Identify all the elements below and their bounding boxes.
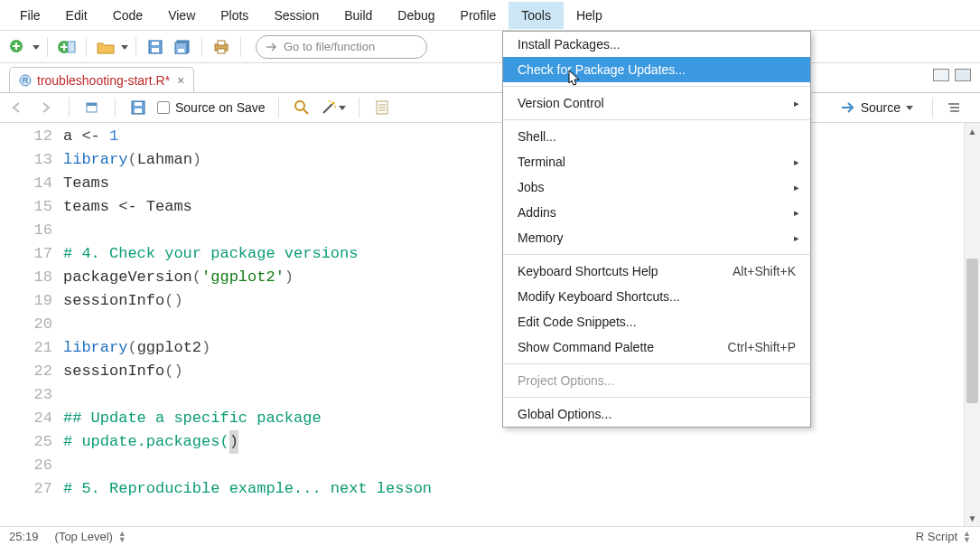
menu-item-project-options: Project Options... [503, 368, 810, 393]
source-on-save-label: Source on Save [175, 100, 266, 115]
goto-file-function-input[interactable]: Go to file/function [256, 35, 427, 59]
menu-build[interactable]: Build [331, 2, 385, 29]
menu-item-memory[interactable]: Memory [503, 225, 810, 250]
menu-item-modify-keyboard-shortcuts[interactable]: Modify Keyboard Shortcuts... [503, 284, 810, 309]
svg-rect-10 [152, 48, 159, 52]
menu-debug[interactable]: Debug [385, 2, 447, 29]
checkbox-icon [157, 101, 170, 114]
file-mode-label: R Script [916, 530, 957, 543]
dropdown-caret-icon[interactable] [121, 43, 128, 51]
vertical-scrollbar[interactable]: ▲ ▼ [964, 123, 980, 526]
scroll-thumb[interactable] [966, 259, 978, 403]
compile-report-button[interactable] [372, 98, 392, 118]
save-button[interactable] [128, 98, 148, 118]
cursor-position: 25:19 [9, 530, 39, 543]
maximize-pane-button[interactable] [955, 69, 971, 81]
menu-item-shortcut: Alt+Shift+K [733, 264, 796, 278]
menu-item-keyboard-shortcuts-help[interactable]: Keyboard Shortcuts HelpAlt+Shift+K [503, 259, 810, 284]
menu-item-label: Keyboard Shortcuts Help [518, 264, 658, 278]
line-number: 20 [0, 313, 52, 336]
svg-marker-3 [33, 45, 40, 50]
menu-edit[interactable]: Edit [53, 2, 100, 29]
scroll-down-icon[interactable]: ▼ [965, 510, 980, 526]
code-line: # update.packages() [63, 430, 964, 454]
menu-item-label: Shell... [518, 129, 556, 144]
menu-item-version-control[interactable]: Version Control [503, 90, 810, 116]
menu-item-addins[interactable]: Addins [503, 200, 810, 225]
tools-menu-dropdown: Install Packages...Check for Package Upd… [502, 31, 811, 428]
new-project-button[interactable] [55, 35, 79, 59]
svg-rect-17 [218, 49, 225, 53]
menu-item-label: Check for Package Updates... [518, 62, 686, 77]
editor-area: 12131415161718192021222324252627 a <- 1l… [0, 123, 980, 526]
scope-selector[interactable]: (Top Level) ▲▼ [55, 530, 126, 543]
show-in-new-window-button[interactable] [82, 98, 102, 118]
line-number: 18 [0, 266, 52, 289]
svg-rect-24 [135, 102, 142, 106]
menu-item-install-packages[interactable]: Install Packages... [503, 32, 810, 57]
menu-tools[interactable]: Tools [509, 2, 564, 29]
menu-item-label: Global Options... [518, 407, 611, 421]
menu-separator [503, 86, 810, 87]
line-number: 27 [0, 477, 52, 501]
menu-item-show-command-palette[interactable]: Show Command PaletteCtrl+Shift+P [503, 334, 810, 360]
line-number: 14 [0, 172, 52, 195]
svg-rect-2 [13, 45, 20, 47]
find-replace-button[interactable] [292, 98, 312, 118]
menu-item-label: Terminal [518, 155, 565, 169]
minimize-pane-button[interactable] [933, 69, 949, 81]
menu-item-shortcut: Ctrl+Shift+P [728, 340, 796, 354]
pane-window-buttons [933, 69, 971, 81]
menu-help[interactable]: Help [564, 2, 615, 29]
outline-button[interactable] [944, 98, 964, 118]
dropdown-caret-icon[interactable] [33, 43, 40, 51]
dropdown-caret-icon[interactable] [906, 104, 913, 111]
svg-point-25 [295, 101, 304, 110]
scroll-up-icon[interactable]: ▲ [965, 123, 980, 139]
menu-item-label: Edit Code Snippets... [518, 315, 637, 329]
separator [135, 37, 136, 57]
line-number: 24 [0, 407, 52, 430]
back-button[interactable] [7, 98, 27, 118]
updown-icon: ▲▼ [963, 531, 971, 543]
line-number: 26 [0, 454, 52, 477]
save-button[interactable] [144, 35, 167, 59]
source-on-save-toggle[interactable]: Source on Save [157, 100, 266, 115]
line-number: 15 [0, 195, 52, 219]
file-mode-selector[interactable]: R Script ▲▼ [916, 530, 971, 543]
menu-item-edit-code-snippets[interactable]: Edit Code Snippets... [503, 309, 810, 334]
close-tab-icon[interactable]: × [175, 73, 184, 88]
file-tab[interactable]: R troubleshooting-start.R* × [9, 67, 194, 92]
open-file-button[interactable] [94, 35, 117, 59]
menu-item-label: Show Command Palette [518, 340, 654, 354]
menu-item-check-for-package-updates[interactable]: Check for Package Updates... [503, 57, 810, 82]
menu-profile[interactable]: Profile [448, 2, 509, 29]
menu-session[interactable]: Session [261, 2, 331, 29]
menu-item-jobs[interactable]: Jobs [503, 174, 810, 200]
menu-item-label: Install Packages... [518, 37, 621, 52]
source-button[interactable]: Source [833, 97, 921, 118]
separator [932, 98, 933, 118]
separator [278, 98, 279, 118]
menu-code[interactable]: Code [100, 2, 155, 29]
menu-separator [503, 254, 810, 255]
print-button[interactable] [210, 35, 233, 59]
code-tools-button[interactable] [321, 99, 346, 116]
separator [69, 98, 70, 118]
separator [201, 37, 202, 57]
menu-item-shell[interactable]: Shell... [503, 124, 810, 149]
updown-icon: ▲▼ [118, 531, 126, 543]
menu-file[interactable]: File [7, 2, 53, 29]
new-file-button[interactable] [5, 35, 29, 59]
line-number: 19 [0, 289, 52, 313]
line-number: 23 [0, 383, 52, 407]
menu-item-label: Addins [518, 205, 556, 220]
menu-item-terminal[interactable]: Terminal [503, 149, 810, 174]
menu-view[interactable]: View [155, 2, 208, 29]
menu-item-global-options[interactable]: Global Options... [503, 401, 810, 427]
separator [47, 37, 48, 57]
forward-button[interactable] [36, 98, 56, 118]
menu-plots[interactable]: Plots [208, 2, 261, 29]
save-all-button[interactable] [171, 35, 194, 59]
svg-rect-23 [135, 108, 142, 113]
